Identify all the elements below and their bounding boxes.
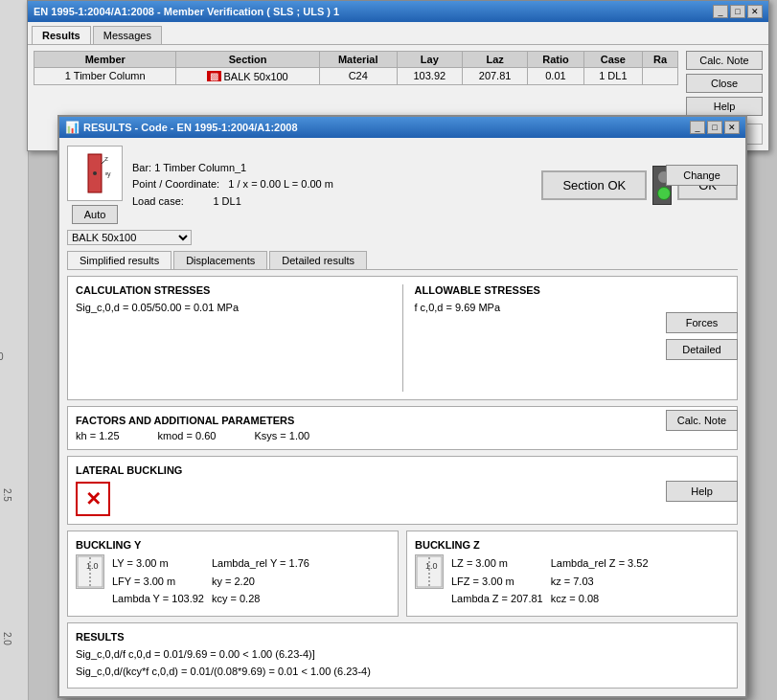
inner-window-controls[interactable]: _ □ ✕ [690, 121, 740, 134]
inner-minimize-button[interactable]: _ [690, 121, 705, 134]
final-results-title: RESULTS [76, 631, 729, 643]
buckling-y-content: 1.0 LY = 3.00 m LFY = 3.00 m Lambda Y = … [76, 554, 390, 608]
bar-info: Bar: 1 Timber Column_1 Point / Coordinat… [132, 160, 532, 211]
minimize-button[interactable]: _ [713, 5, 728, 18]
factors-section: FACTORS AND ADDITIONAL PARAMETERS kh = 1… [67, 406, 738, 450]
lz-value: LZ = 3.00 m [451, 554, 543, 573]
bar-label: Bar: [132, 162, 151, 173]
kcy-value: kcy = 0.28 [212, 590, 309, 608]
auto-button[interactable]: Auto [72, 205, 119, 224]
detailed-button[interactable]: Detailed [666, 339, 738, 360]
kz-value: kz = 7.03 [551, 573, 649, 591]
kmod-value: kmod = 0.60 [158, 430, 217, 441]
change-button[interactable]: Change [666, 165, 738, 186]
buckling-z-extra: Lambda_rel Z = 3.52 kz = 7.03 kcz = 0.08 [551, 554, 649, 608]
outer-tab-bar: Results Messages [28, 22, 768, 45]
svg-text:y: y [107, 170, 111, 178]
buckling-z-data: LZ = 3.00 m LFZ = 3.00 m Lambda Z = 207.… [451, 554, 543, 608]
inner-maximize-button[interactable]: □ [707, 121, 722, 134]
section-select[interactable]: BALK 50x100 [67, 230, 192, 245]
final-line-2: Sig_c,0,d/(kcy*f c,0,d) = 0.01/(0.08*9.6… [76, 664, 729, 681]
vertical-ruler: 3.0 2.5 2.0 [0, 0, 29, 700]
ky-value: ky = 2.20 [212, 573, 309, 591]
lateral-buckling-icon: ✕ [76, 482, 110, 516]
calc-stresses-title: CALCULATION STRESSES [76, 284, 391, 296]
results-table: Member Section Material Lay Laz Ratio Ca… [34, 51, 678, 85]
inner-tab-bar: Simplified results Displacements Detaile… [67, 251, 738, 270]
section-image-container: z y Auto [67, 146, 123, 224]
lfy-value: LFY = 3.00 m [112, 573, 204, 591]
buckling-y-icon: 1.0 [76, 554, 104, 589]
cell-case: 1 DL1 [583, 68, 642, 85]
ly-value: LY = 3.00 m [112, 554, 204, 573]
lambda-z-value: Lambda Z = 207.81 [451, 590, 543, 608]
calc-note-button[interactable]: Calc. Note [686, 51, 763, 70]
section-ok-button[interactable]: Section OK [541, 170, 647, 200]
col-material: Material [319, 52, 397, 68]
buckling-y-extra: Lambda_rel Y = 1.76 ky = 2.20 kcy = 0.28 [212, 554, 309, 608]
buckling-z-section: BUCKLING Z 1.0 LZ = 3.00 m LFZ = 3.00 m … [406, 531, 738, 617]
lambda-rel-z: Lambda_rel Z = 3.52 [551, 554, 649, 573]
section-image: z y [67, 146, 123, 201]
buckling-y-data: LY = 3.00 m LFY = 3.00 m Lambda Y = 103.… [112, 554, 204, 608]
close-outer-button[interactable]: Close [686, 74, 763, 93]
buckling-z-icon: 1.0 [415, 554, 444, 589]
col-ra: Ra [643, 52, 678, 68]
svg-text:1.0: 1.0 [86, 561, 99, 571]
inner-body: z y Auto Bar: 1 Timber Column_1 Point / … [59, 138, 745, 696]
buckling-y-title: BUCKLING Y [76, 539, 390, 551]
factors-row: kh = 1.25 kmod = 0.60 Ksys = 1.00 [76, 430, 729, 441]
final-line-1: Sig_c,0,d/f c,0,d = 0.01/9.69 = 0.00 < 1… [76, 646, 729, 664]
final-results-section: RESULTS Sig_c,0,d/f c,0,d = 0.01/9.69 = … [67, 622, 738, 689]
tab-detailed-results[interactable]: Detailed results [269, 251, 367, 269]
final-results-content: Sig_c,0,d/f c,0,d = 0.01/9.69 = 0.00 < 1… [76, 646, 729, 680]
col-member: Member [34, 52, 176, 68]
inner-close-button[interactable]: ✕ [724, 121, 740, 134]
cell-ratio: 0.01 [528, 68, 583, 85]
lateral-buckling-section: LATERAL BUCKLING ✕ [67, 456, 738, 525]
svg-text:1.0: 1.0 [425, 561, 438, 571]
outer-window-title: EN 1995-1:2004/A1:2008 - Member Verifica… [34, 6, 339, 17]
lambda-rel-y: Lambda_rel Y = 1.76 [212, 554, 309, 573]
inner-calc-note-button[interactable]: Calc. Note [666, 410, 738, 431]
tab-displacements[interactable]: Displacements [173, 251, 267, 269]
forces-button[interactable]: Forces [666, 312, 738, 333]
col-lay: Lay [397, 52, 462, 68]
tab-messages[interactable]: Messages [93, 26, 162, 44]
table-row[interactable]: 1 Timber Column ▩ BALK 50x100 C24 103.92… [34, 68, 678, 85]
lambda-y-value: Lambda Y = 103.92 [112, 590, 204, 608]
inner-top-row: z y Auto Bar: 1 Timber Column_1 Point / … [67, 146, 738, 224]
factors-title: FACTORS AND ADDITIONAL PARAMETERS [76, 415, 729, 426]
close-button[interactable]: ✕ [747, 5, 763, 18]
section-selector-row: BALK 50x100 [67, 230, 738, 245]
buckling-z-title: BUCKLING Z [415, 539, 729, 551]
kcz-value: kcz = 0.08 [551, 590, 649, 608]
inner-help-button[interactable]: Help [666, 481, 738, 502]
buckling-z-content: 1.0 LZ = 3.00 m LFZ = 3.00 m Lambda Z = … [415, 554, 729, 608]
cell-laz: 207.81 [462, 68, 527, 85]
col-case: Case [583, 52, 642, 68]
bar-value: 1 Timber Column_1 [154, 162, 246, 173]
cell-section: ▩ BALK 50x100 [176, 68, 319, 85]
inner-window-titlebar: 📊 RESULTS - Code - EN 1995-1:2004/A1:200… [59, 117, 745, 138]
buckling-y-section: BUCKLING Y 1.0 LY = 3.00 m LFY = 3.00 m … [67, 531, 399, 617]
cell-member: 1 Timber Column [34, 68, 176, 85]
tab-results[interactable]: Results [32, 26, 91, 44]
cell-ra [643, 68, 678, 85]
outer-window-titlebar: EN 1995-1:2004/A1:2008 - Member Verifica… [28, 1, 768, 22]
calculation-stresses-panel: CALCULATION STRESSES Sig_c,0,d = 0.05/50… [76, 284, 391, 392]
col-section: Section [176, 52, 319, 68]
load-case-value: 1 DL1 [213, 195, 240, 207]
buckling-row: BUCKLING Y 1.0 LY = 3.00 m LFY = 3.00 m … [67, 531, 738, 617]
inner-window: 📊 RESULTS - Code - EN 1995-1:2004/A1:200… [57, 115, 747, 698]
help-outer-button[interactable]: Help [686, 97, 763, 116]
tab-simplified-results[interactable]: Simplified results [67, 251, 171, 269]
maximize-button[interactable]: □ [730, 5, 745, 18]
inner-side-buttons: Change Forces Detailed Calc. Note Help [666, 165, 738, 502]
cell-lay: 103.92 [397, 68, 462, 85]
load-case-label: Load case: [132, 195, 184, 207]
lfz-value: LFZ = 3.00 m [451, 573, 543, 591]
point-label: Point / Coordinate: [132, 178, 219, 190]
stresses-panels: CALCULATION STRESSES Sig_c,0,d = 0.05/50… [67, 276, 738, 400]
outer-window-controls[interactable]: _ □ ✕ [713, 5, 763, 18]
